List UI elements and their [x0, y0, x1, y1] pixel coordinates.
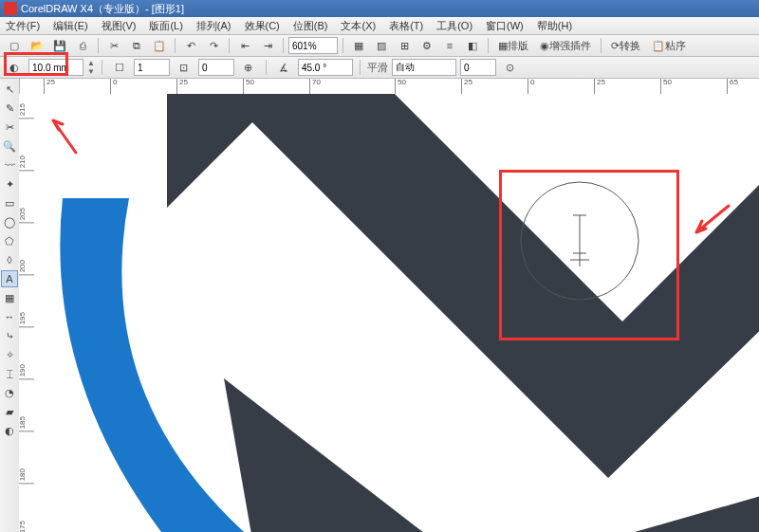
lock-icon[interactable]: ⊕ [238, 58, 259, 77]
print-icon[interactable]: ⎙ [72, 36, 93, 55]
polygon-tool-icon[interactable]: ⬠ [1, 232, 18, 249]
basic-shape-tool-icon[interactable]: ◊ [1, 251, 18, 268]
cut-icon[interactable]: ✂ [103, 36, 124, 55]
zoom-input[interactable]: 601% [288, 37, 338, 54]
convert-button[interactable]: ⟳ 转换 [606, 36, 645, 55]
plugin-button[interactable]: ◉ 增强插件 [535, 36, 596, 55]
layout-button[interactable]: ▦ 排版 [493, 36, 533, 55]
menu-arrange[interactable]: 排列(A) [196, 19, 231, 33]
ruler-tick: 50 [243, 79, 254, 94]
annotation-box-brush [499, 170, 679, 340]
property-bar: ◐ 10.0 mm ▲▼ ☐ 1 ⊡ 0 ⊕ ∡ 45.0 ° 平滑 自动 0 … [0, 57, 759, 79]
menu-window[interactable]: 窗口(W) [486, 19, 524, 33]
ellipse-tool-icon[interactable]: ◯ [1, 213, 18, 230]
ruler-tick: 0 [528, 79, 534, 94]
menu-view[interactable]: 视图(V) [102, 19, 137, 33]
ruler-tick: 70 [309, 79, 321, 94]
ruler-tick: 50 [660, 79, 672, 94]
menu-bar[interactable]: 文件(F) 编辑(E) 视图(V) 版面(L) 排列(A) 效果(C) 位图(B… [0, 17, 759, 35]
separator [266, 60, 267, 75]
smart-tool-icon[interactable]: ✦ [1, 175, 18, 193]
import-icon[interactable]: ⇤ [234, 36, 255, 55]
separator [229, 38, 230, 53]
separator [98, 38, 99, 53]
canvas-area[interactable] [34, 94, 759, 532]
export-icon[interactable]: ⇥ [257, 36, 278, 55]
align-icon[interactable]: ≡ [439, 36, 460, 55]
zoom-tool-icon[interactable]: 🔍 [1, 138, 18, 155]
table-tool-icon[interactable]: ▦ [1, 289, 18, 306]
eyedropper-tool-icon[interactable]: ⌶ [1, 365, 18, 382]
crop-tool-icon[interactable]: ✂ [1, 119, 18, 136]
fill-tool-icon[interactable]: ▰ [1, 403, 18, 420]
count-input[interactable]: 1 [134, 59, 170, 76]
paste-icon[interactable]: 📋 [149, 36, 170, 55]
ruler-tick: 215 [19, 103, 34, 119]
ruler-tick: 205 [19, 208, 34, 223]
layout-label: 排版 [508, 39, 528, 53]
ruler-tick: 175 [19, 521, 34, 532]
menu-tools[interactable]: 工具(O) [436, 19, 472, 33]
menu-help[interactable]: 帮助(H) [537, 19, 572, 33]
undo-icon[interactable]: ↶ [180, 36, 201, 55]
outline-tool-icon[interactable]: ◔ [1, 384, 18, 401]
menu-effects[interactable]: 效果(C) [245, 19, 280, 33]
misc-icon[interactable]: ◧ [462, 36, 483, 55]
convert-label: 转换 [620, 39, 640, 53]
effect-tool-icon[interactable]: ✧ [1, 346, 18, 363]
separator [342, 38, 343, 53]
plugin-label: 增强插件 [549, 39, 591, 53]
rect-tool-icon[interactable]: ▭ [1, 194, 18, 211]
separator [102, 60, 102, 75]
text-tool-icon[interactable]: A [1, 270, 18, 287]
connector-tool-icon[interactable]: ⤷ [1, 327, 18, 344]
shape-tool-icon[interactable]: ✎ [1, 100, 18, 117]
menu-file[interactable]: 文件(F) [6, 19, 40, 33]
menu-layout[interactable]: 版面(L) [149, 19, 182, 33]
opt-input[interactable]: 0 [198, 59, 234, 76]
annotation-box-top [4, 52, 68, 76]
menu-table[interactable]: 表格(T) [389, 19, 423, 33]
ruler-tick: 195 [19, 312, 34, 327]
menu-text[interactable]: 文本(X) [341, 19, 376, 33]
angle-input[interactable]: 45.0 ° [298, 59, 353, 76]
toolbox: ↖ ✎ ✂ 🔍 〰 ✦ ▭ ◯ ⬠ ◊ A ▦ ↔ ⤷ ✧ ⌶ ◔ ▰ ◐ [0, 79, 20, 532]
snap-icon[interactable]: ▦ [348, 36, 369, 55]
dimension-tool-icon[interactable]: ↔ [1, 308, 18, 325]
angle-icon[interactable]: ∡ [273, 58, 294, 77]
interactive-fill-tool-icon[interactable]: ◐ [1, 422, 18, 439]
vertical-ruler: 215 210 205 200 195 190 185 180 175 [19, 94, 35, 532]
ruler-tick: 210 [19, 156, 34, 171]
horizontal-ruler: 25 0 25 50 70 50 25 0 25 50 65 [34, 79, 759, 95]
ruler-tick: 180 [19, 468, 34, 484]
annotation-arrow-1 [46, 113, 83, 151]
paste-seq-button[interactable]: 📋 粘序 [647, 36, 691, 55]
freehand-tool-icon[interactable]: 〰 [1, 156, 18, 174]
guide-icon[interactable]: ⊞ [394, 36, 415, 55]
separator [601, 38, 602, 53]
pick-tool-icon[interactable]: ↖ [1, 81, 18, 98]
standard-toolbar: ▢ 📂 💾 ⎙ ✂ ⧉ 📋 ↶ ↷ ⇤ ⇥ 601% ▦ ▨ ⊞ ⚙ ≡ ◧ ▦… [0, 35, 759, 57]
copy-icon[interactable]: ⧉ [126, 36, 147, 55]
redo-icon[interactable]: ↷ [203, 36, 224, 55]
separator [488, 38, 489, 53]
grid-icon[interactable]: ▨ [371, 36, 392, 55]
snap-select[interactable]: 自动 [392, 59, 456, 76]
offset-input[interactable]: 0 [460, 59, 496, 76]
ruler-tick: 25 [594, 79, 605, 94]
ruler-tick: 25 [44, 79, 55, 94]
menu-bitmap[interactable]: 位图(B) [293, 19, 328, 33]
ruler-tick: 185 [19, 416, 34, 431]
ruler-tick: 50 [395, 79, 406, 94]
paste-label: 粘序 [665, 39, 686, 53]
menu-edit[interactable]: 编辑(E) [53, 19, 88, 33]
ruler-tick: 25 [176, 79, 188, 94]
spinner-icon[interactable]: ▲▼ [87, 59, 95, 76]
ruler-tick: 190 [19, 364, 34, 379]
count-icon[interactable]: ☐ [109, 58, 130, 77]
offset-opt-icon[interactable]: ⊙ [500, 58, 521, 77]
separator [360, 60, 361, 75]
options-icon[interactable]: ⚙ [417, 36, 437, 55]
window-title: CorelDRAW X4（专业版）- [图形1] [21, 2, 184, 16]
opt-icon[interactable]: ⊡ [174, 58, 194, 77]
